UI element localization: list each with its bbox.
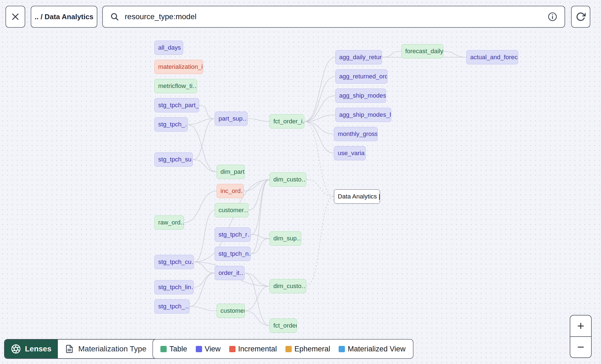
edge-stg_tpch_lin-to-order_it [194,273,215,287]
edge-dim_custo_b-to-data_analytics [306,197,334,286]
legend-item-view: View [196,345,221,353]
edge-customer_a-to-dim_custo_a [248,180,270,210]
refresh-button[interactable] [571,6,590,28]
edge-stg_tpch_part-to-part_sup [199,105,215,119]
graph-node-stg_tpch_su[interactable]: stg_tpch_su… [154,152,193,167]
graph-node-materialization_in[interactable]: materialization_i… [154,60,203,74]
edge-order_it-to-dim_custo_b [245,273,270,286]
edge-customer_b-to-fct_orders [245,311,270,326]
graph-node-agg_ship_ha[interactable]: agg_ship_modes_ha… [335,108,391,122]
edge-raw_ord-to-inc_ord [184,191,217,223]
graph-node-fct_order_i[interactable]: fct_order_i… [270,114,304,129]
graph-node-stg_tpch_cu[interactable]: stg_tpch_cu… [154,255,194,269]
graph-node-stg_tpch_part[interactable]: stg_tpch_part_… [154,98,199,112]
graph-node-all_days[interactable]: all_days [154,41,183,55]
lenses-control: Lenses Materialization Type [4,339,167,359]
graph-node-part_sup[interactable]: part_sup… [215,112,248,126]
graph-node-stg_tpch_lin[interactable]: stg_tpch_lin… [154,280,194,294]
graph-node-customer_a[interactable]: customer… [215,203,248,217]
refresh-icon [576,12,586,22]
legend-swatch [196,346,202,352]
breadcrumb[interactable]: .. / Data Analytics [31,6,97,28]
edge-inc_ord-to-dim_custo_a [244,180,270,191]
graph-node-dim_custo_b[interactable]: dim_custo… [270,279,306,293]
edge-stg_tpch_a-to-part_sup [188,119,215,124]
edge-fct_order_i-to-agg_daily [304,57,335,121]
graph-node-stg_tpch_b[interactable]: stg_tpch_… [154,299,189,314]
aperture-icon [11,344,21,354]
edge-fct_order_i-to-agg_returned [304,76,335,121]
lens-selector[interactable]: Materialization Type [58,340,167,358]
edge-customer_b-to-dim_custo_b [245,286,270,311]
materialization-legend: TableViewIncrementalEphemeralMaterialize… [152,339,413,359]
edge-dim_custo_a-to-data_analytics [306,180,334,197]
search-input[interactable] [124,12,543,21]
graph-node-monthly_gross[interactable]: monthly_gross… [334,127,378,141]
edge-stg_tpch_cu-to-order_it [194,262,215,273]
graph-node-dim_parts[interactable]: dim_parts [217,165,245,179]
search-icon [110,12,119,21]
legend-item-materialized-view: Materialized View [339,345,406,353]
legend-swatch [339,346,345,352]
graph-node-dim_sup[interactable]: dim_sup… [270,231,301,246]
edge-forecast_daily-to-actual_and [443,51,466,57]
graph-node-customer_b[interactable]: customer… [217,304,245,318]
edge-stg_tpch_r-to-dim_sup [251,235,270,238]
graph-node-inc_ord[interactable]: inc_ord… [217,184,244,198]
graph-node-actual_and[interactable]: actual_and_foreca… [466,50,518,64]
graph-node-stg_tpch_r[interactable]: stg_tpch_r… [215,228,251,242]
search-bar[interactable] [102,6,565,28]
graph-node-raw_ord[interactable]: raw_ord… [154,215,184,230]
edge-agg_daily-to-forecast_daily [382,51,401,57]
legend-swatch [285,346,292,352]
graph-node-agg_ship_d[interactable]: agg_ship_modes_d… [335,89,386,103]
info-icon[interactable] [548,12,557,22]
legend-swatch [229,346,236,352]
edge-stg_tpch_cu-to-customer_a [194,210,215,262]
graph-node-stg_tpch_n[interactable]: stg_tpch_n… [215,247,251,261]
graph-node-fct_orders[interactable]: fct_orders [270,318,297,333]
edge-fct_order_i-to-data_analytics [304,121,334,197]
graph-node-stg_tpch_a[interactable]: stg_tpch_… [154,117,188,132]
legend-item-ephemeral: Ephemeral [285,345,330,353]
graph-node-order_it[interactable]: order_it… [215,266,245,280]
close-icon [11,12,20,21]
close-button[interactable] [5,6,25,28]
graph-node-forecast_daily[interactable]: forecast_daily… [401,44,443,58]
zoom-in-button[interactable]: + [570,315,591,337]
lenses-button[interactable]: Lenses [5,340,58,358]
graph-node-data_analytics[interactable]: Data Analytics | … [334,189,380,204]
breadcrumb-label: .. / Data Analytics [35,13,93,21]
edge-part_sup-to-fct_order_i [248,119,270,121]
file-text-icon [65,345,74,353]
graph-node-dim_custo_a[interactable]: dim_custo… [270,172,306,187]
lens-selected-label: Materialization Type [78,345,147,353]
lenses-button-label: Lenses [25,345,52,353]
graph-node-agg_returned[interactable]: agg_returned_orde… [335,69,387,84]
zoom-out-button[interactable]: − [570,337,591,358]
graph-node-use_varia[interactable]: use_varia… [334,146,366,160]
graph-node-metricflow_ti[interactable]: metricflow_ti… [154,79,197,93]
edge-stg_tpch_b-to-customer_b [189,306,217,311]
graph-node-agg_daily[interactable]: agg_daily_retur… [335,50,382,64]
edge-stg_tpch_su-to-dim_parts [193,160,217,172]
zoom-controls: + − [570,315,592,358]
edge-stg_tpch_r-to-dim_custo_a [251,180,270,235]
edge-stg_tpch_n-to-dim_sup [251,238,270,254]
legend-item-table: Table [160,345,187,353]
legend-item-incremental: Incremental [229,345,277,353]
legend-swatch [160,346,167,352]
edge-fct_order_i-to-use_varia [304,121,334,153]
